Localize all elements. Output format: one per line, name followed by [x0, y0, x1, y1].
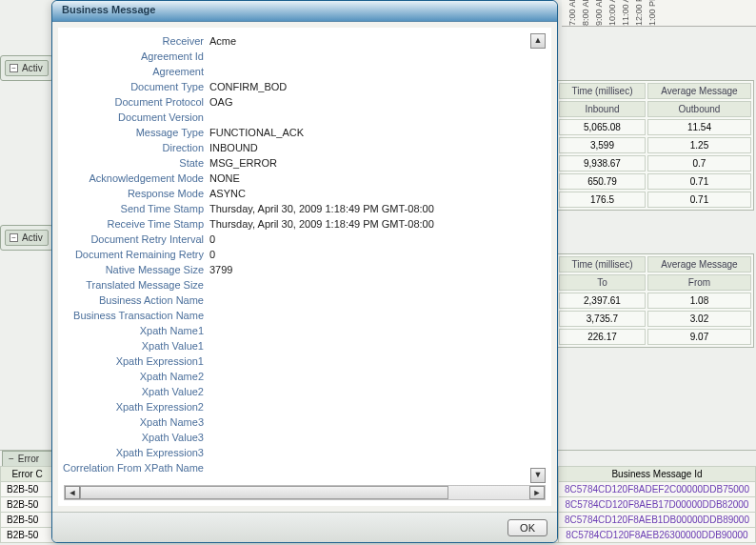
field-value: ASYNC: [209, 186, 246, 201]
field-row: Document Remaining Retry0: [58, 247, 551, 262]
ok-button[interactable]: OK: [507, 519, 547, 536]
field-value: MSG_ERROR: [209, 155, 277, 171]
field-row: Native Message Size3799: [58, 262, 551, 277]
dialog-footer: OK: [52, 512, 557, 542]
field-row: Xpath Value3: [58, 430, 551, 445]
col-header: Average Message: [647, 83, 751, 99]
field-value: CONFIRM_BOD: [209, 79, 287, 94]
collapse-icon[interactable]: −: [10, 64, 18, 72]
field-label: Xpath Name2: [58, 369, 209, 384]
collapse-icon[interactable]: −: [10, 233, 18, 242]
cell: 650.79: [559, 173, 646, 190]
cell: 3.02: [647, 311, 751, 327]
left-panel-header-2: − Activ: [0, 225, 53, 251]
errors-title: Error: [18, 454, 39, 464]
field-row: Correlation From XPath Name: [58, 460, 551, 475]
left-panel-title: Activ: [22, 63, 43, 73]
field-value: OAG: [209, 94, 232, 110]
field-label: Xpath Expression2: [58, 399, 209, 414]
field-label: State: [58, 155, 209, 171]
field-row: Translated Message Size: [58, 277, 551, 293]
business-message-id[interactable]: 8C5784CD120F8AEB26300000DDB90000: [558, 528, 755, 543]
collapse-icon[interactable]: −: [9, 454, 14, 464]
ruler-tick: 8:00 AM: [581, 3, 590, 26]
field-row: Document ProtocolOAG: [58, 94, 551, 110]
scroll-right-button[interactable]: ►: [529, 486, 545, 499]
field-label: Xpath Expression3: [58, 445, 209, 460]
field-label: Xpath Expression1: [58, 353, 209, 369]
cell: 2,397.61: [559, 293, 646, 309]
horizontal-scrollbar[interactable]: ◄ ►: [64, 485, 546, 500]
field-label: Business Action Name: [58, 293, 209, 308]
field-list: ReceiverAcmeAgreement IdAgreementDocumen…: [58, 28, 551, 475]
ruler-tick: 1:00 PM: [647, 3, 657, 26]
field-label: Document Protocol: [58, 94, 209, 110]
business-message-id[interactable]: 8C5784CD120F8ADEF2C00000DDB75000: [558, 482, 755, 497]
field-label: Document Remaining Retry: [58, 247, 209, 262]
col-header: Time (millisec): [559, 256, 646, 272]
cell: 5,065.08: [559, 119, 646, 135]
cell: 226.17: [559, 329, 646, 345]
field-label: Receive Time Stamp: [58, 216, 209, 232]
cell: 0.71: [647, 192, 751, 208]
ruler-tick: 9:00 AM: [594, 3, 604, 26]
field-label: Response Mode: [58, 186, 209, 201]
error-code-header: Error C: [1, 467, 54, 482]
scrollbar-thumb[interactable]: [80, 486, 448, 499]
business-message-id[interactable]: 8C5784CD120F8AEB1DB00000DDB89000: [558, 513, 755, 528]
field-label: Direction: [58, 140, 209, 155]
left-panel-header-1: − Activ: [0, 55, 53, 81]
field-row: Document Retry Interval0: [58, 232, 551, 247]
field-label: Receiver: [58, 33, 209, 49]
dialog-body: ReceiverAcmeAgreement IdAgreementDocumen…: [58, 28, 551, 506]
cell: 3,735.7: [559, 311, 646, 327]
field-label: Xpath Name3: [58, 414, 209, 430]
error-code: B2B-50: [1, 497, 54, 513]
scrollbar-track[interactable]: [80, 486, 529, 499]
cell: 176.5: [559, 192, 646, 208]
cell: 0.71: [647, 173, 751, 190]
field-value: 0: [209, 232, 215, 247]
field-label: Document Type: [58, 79, 209, 94]
field-label: Translated Message Size: [58, 277, 209, 293]
scroll-up-button[interactable]: ▲: [530, 33, 546, 49]
left-panel-title: Activ: [22, 232, 43, 243]
cell: 1.25: [647, 137, 751, 153]
scroll-left-button[interactable]: ◄: [65, 486, 80, 499]
field-row: Xpath Name1: [58, 323, 551, 338]
field-row: Xpath Name3: [58, 414, 551, 430]
field-label: Xpath Value2: [58, 384, 209, 399]
ruler-tick: 10:00 AM: [607, 3, 617, 26]
field-value: 0: [209, 247, 215, 262]
cell: 3,599: [559, 137, 646, 153]
field-row: Business Action Name: [58, 293, 551, 308]
ruler-tick: 12:00 PM: [634, 3, 644, 26]
field-row: Message TypeFUNCTIONAL_ACK: [58, 125, 551, 140]
field-value: NONE: [209, 171, 240, 186]
error-code: B2B-50: [1, 513, 54, 528]
field-row: Acknowledgement ModeNONE: [58, 171, 551, 186]
field-row: DirectionINBOUND: [58, 140, 551, 155]
field-label: Xpath Value1: [58, 338, 209, 353]
field-label: Agreement Id: [58, 49, 209, 64]
col-subheader: Inbound: [559, 101, 646, 117]
ruler-tick: 7:00 AM: [567, 3, 577, 26]
field-value: Acme: [209, 33, 236, 49]
field-row: StateMSG_ERROR: [58, 155, 551, 171]
dialog-title: Business Message: [52, 1, 557, 22]
field-value: FUNCTIONAL_ACK: [209, 125, 304, 140]
business-message-id[interactable]: 8C5784CD120F8AEB17D00000DDB82000: [558, 497, 755, 513]
ruler-tick: 11:00 AM: [621, 3, 630, 26]
scroll-down-button[interactable]: ▼: [530, 468, 546, 483]
field-row: Response ModeASYNC: [58, 186, 551, 201]
field-label: Xpath Value3: [58, 430, 209, 445]
field-row: Document TypeCONFIRM_BOD: [58, 79, 551, 94]
field-label: Message Type: [58, 125, 209, 140]
field-row: Receive Time StampThursday, April 30, 20…: [58, 216, 551, 232]
metrics-table-1: Time (millisec)Average Message InboundOu…: [556, 80, 754, 211]
field-row: Xpath Name2: [58, 369, 551, 384]
cell: 0.7: [647, 155, 751, 172]
error-code: B2B-50: [1, 482, 54, 497]
business-message-dialog: Business Message ReceiverAcmeAgreement I…: [51, 0, 558, 543]
time-ruler: 7:00 AM 8:00 AM 9:00 AM 10:00 AM 11:00 A…: [562, 0, 756, 27]
